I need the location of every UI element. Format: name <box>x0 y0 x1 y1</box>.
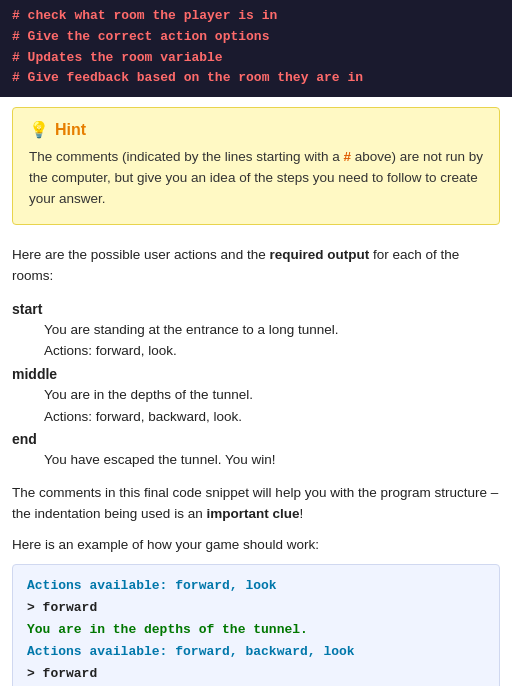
room-end: end You have escaped the tunnel. You win… <box>12 431 500 471</box>
code-block-bottom: Actions available: forward, look > forwa… <box>12 564 500 686</box>
final-text: The comments in this final code snippet … <box>12 483 500 525</box>
code-bottom-line-5: > forward <box>27 663 485 685</box>
room-list: start You are standing at the entrance t… <box>12 301 500 471</box>
room-start-actions: Actions: forward, look. <box>12 340 500 362</box>
room-middle-description: You are in the depths of the tunnel. <box>12 384 500 406</box>
code-line-1: # check what room the player is in <box>12 6 500 27</box>
code-bottom-line-4: Actions available: forward, backward, lo… <box>27 641 485 663</box>
hint-icon: 💡 <box>29 120 49 139</box>
important-clue-label: important clue <box>206 506 299 521</box>
hint-text: The comments (indicated by the lines sta… <box>29 147 483 210</box>
hint-box: 💡 Hint The comments (indicated by the li… <box>12 107 500 225</box>
example-label: Here is an example of how your game shou… <box>12 535 500 556</box>
room-start: start You are standing at the entrance t… <box>12 301 500 362</box>
room-middle-actions: Actions: forward, backward, look. <box>12 406 500 428</box>
hint-title: 💡 Hint <box>29 120 483 139</box>
room-middle: middle You are in the depths of the tunn… <box>12 366 500 427</box>
hint-label: Hint <box>55 121 86 139</box>
room-end-name: end <box>12 431 500 447</box>
room-start-description: You are standing at the entrance to a lo… <box>12 319 500 341</box>
code-line-3: # Updates the room variable <box>12 48 500 69</box>
intro-text: Here are the possible user actions and t… <box>12 245 500 287</box>
code-bottom-line-2: > forward <box>27 597 485 619</box>
code-bottom-line-3: You are in the depths of the tunnel. <box>27 619 485 641</box>
code-bottom-line-1: Actions available: forward, look <box>27 575 485 597</box>
room-end-description: You have escaped the tunnel. You win! <box>12 449 500 471</box>
code-line-2: # Give the correct action options <box>12 27 500 48</box>
code-line-4: # Give feedback based on the room they a… <box>12 68 500 89</box>
code-block-top: # check what room the player is in # Giv… <box>0 0 512 97</box>
hash-symbol: # <box>343 149 351 164</box>
required-output-label: required output <box>269 247 369 262</box>
room-middle-name: middle <box>12 366 500 382</box>
room-start-name: start <box>12 301 500 317</box>
main-content: Here are the possible user actions and t… <box>0 235 512 686</box>
